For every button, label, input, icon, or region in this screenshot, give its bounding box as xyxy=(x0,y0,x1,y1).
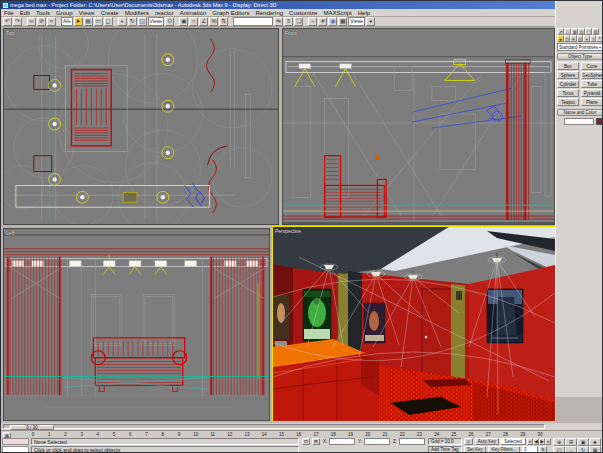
space-warps-category[interactable]: ≈ xyxy=(590,35,597,42)
key-mode-dropdown[interactable]: Selected xyxy=(500,438,526,445)
current-frame-field[interactable]: 0 xyxy=(522,446,538,453)
bind-spacewarp-icon[interactable]: ≈ xyxy=(47,17,56,26)
crossing-selection-icon[interactable]: ◻ xyxy=(104,17,113,26)
viewport-perspective[interactable]: Perspective xyxy=(272,226,556,422)
region-zoom-icon[interactable]: ◰ xyxy=(553,446,565,453)
cylinder-button[interactable]: Cylinder xyxy=(557,80,579,88)
rotate-icon[interactable]: ↻ xyxy=(128,17,137,26)
set-keys-icon[interactable]: ⚿ xyxy=(464,438,473,445)
object-type-rollout[interactable]: Object Type xyxy=(557,53,603,60)
viewport-perspective-label[interactable]: Perspective xyxy=(275,228,301,234)
geosphere-button[interactable]: GeoSphere xyxy=(581,71,603,79)
lights-category[interactable]: ☀ xyxy=(570,35,577,42)
render-setup-icon[interactable]: ▦ xyxy=(338,17,347,26)
primitive-type-dropdown[interactable]: Standard Primitives ▾ xyxy=(557,43,603,51)
viewport-top-label[interactable]: Top xyxy=(6,30,14,36)
go-end-button[interactable]: » xyxy=(545,438,551,445)
move-icon[interactable]: + xyxy=(118,17,127,26)
undo-icon[interactable]: ↶ xyxy=(3,17,12,26)
menu-edit[interactable]: Edit xyxy=(17,9,33,17)
object-name-field[interactable] xyxy=(564,118,594,125)
maxscript-mini-listener[interactable] xyxy=(2,446,29,453)
teapot-button[interactable]: Teapot xyxy=(557,98,579,106)
viewport-left[interactable]: Left xyxy=(3,228,270,421)
y-coord-field[interactable] xyxy=(364,438,390,445)
redo-icon[interactable]: ↷ xyxy=(13,17,22,26)
time-slider-track[interactable]: 0 / 30 xyxy=(3,424,545,429)
unlink-icon[interactable]: ⊘ xyxy=(37,17,46,26)
maximize-viewport-icon[interactable]: ▦ xyxy=(589,446,601,453)
hierarchy-tab[interactable]: ≣ xyxy=(571,28,578,35)
menu-maxscript[interactable]: MAXScript xyxy=(320,9,354,17)
systems-category[interactable]: * xyxy=(596,35,603,42)
modify-tab[interactable]: ∩ xyxy=(564,28,571,35)
sphere-button[interactable]: Sphere xyxy=(557,71,579,79)
zoom-icon[interactable]: ⊕ xyxy=(553,438,565,446)
torus-button[interactable]: Torus xyxy=(557,89,579,97)
arc-rotate-icon[interactable]: ↻ xyxy=(577,446,589,453)
select-manipulate-icon[interactable]: ◉ xyxy=(179,17,188,26)
scale-icon[interactable]: ◲ xyxy=(138,17,147,26)
viewport-left-label[interactable]: Left xyxy=(6,230,14,236)
zoom-all-icon[interactable]: ⊞ xyxy=(565,438,577,446)
key-filters-button[interactable]: Key Filters... xyxy=(488,446,520,453)
viewport-top[interactable]: Top xyxy=(3,28,279,225)
shapes-category[interactable]: ◇ xyxy=(564,35,571,42)
menu-help[interactable]: Help xyxy=(355,9,373,17)
viewport-front-label[interactable]: Front xyxy=(285,30,297,36)
spinner-snap-icon[interactable]: ⇅ xyxy=(219,17,228,26)
layer-manager-icon[interactable]: ❏ xyxy=(294,17,303,26)
motion-tab[interactable]: ◎ xyxy=(578,28,585,35)
menu-graph-editors[interactable]: Graph Editors xyxy=(209,9,252,17)
menu-group[interactable]: Group xyxy=(53,9,76,17)
select-link-icon[interactable]: ∞ xyxy=(27,17,36,26)
select-object-icon[interactable]: ➤ xyxy=(74,17,83,26)
menu-file[interactable]: File xyxy=(1,9,17,17)
viewport-front[interactable]: Front xyxy=(282,28,555,225)
maxscript-mini-listener-macro[interactable] xyxy=(2,438,29,445)
select-by-name-icon[interactable]: ▤ xyxy=(84,17,93,26)
add-time-tag[interactable]: Add Time Tag xyxy=(428,446,462,453)
create-tab[interactable]: ↗ xyxy=(557,28,564,35)
x-coord-field[interactable] xyxy=(329,438,355,445)
auto-key-button[interactable]: Auto Key xyxy=(475,438,499,445)
display-tab[interactable]: ▢ xyxy=(585,28,592,35)
percent-snap-icon[interactable]: % xyxy=(209,17,218,26)
absolute-mode-icon[interactable]: ⊞ xyxy=(312,438,320,445)
schematic-view-icon[interactable]: # xyxy=(318,17,327,26)
render-type-dropdown[interactable]: View▾ xyxy=(348,17,365,26)
tube-button[interactable]: Tube xyxy=(581,80,603,88)
helpers-category[interactable]: + xyxy=(583,35,590,42)
cone-button[interactable]: Cone xyxy=(581,62,603,70)
name-and-color-rollout[interactable]: Name and Color xyxy=(557,109,603,116)
menu-create[interactable]: Create xyxy=(98,9,122,17)
align-icon[interactable]: ≡ xyxy=(284,17,293,26)
menu-modifiers[interactable]: Modifiers xyxy=(122,9,152,17)
menu-customize[interactable]: Customize xyxy=(286,9,320,17)
track-bar[interactable]: ▦ 01234567891011121314151617181920212223… xyxy=(1,430,603,438)
material-editor-icon[interactable]: ◉ xyxy=(328,17,337,26)
frame-spinner[interactable]: ⇅ xyxy=(539,446,547,453)
selection-filter-dropdown[interactable]: All▾ xyxy=(61,17,73,26)
selection-lock-icon[interactable]: ⊡ xyxy=(302,438,310,445)
menu-reactor[interactable]: reactor xyxy=(152,9,177,17)
cameras-category[interactable]: ◎ xyxy=(577,35,584,42)
zoom-extents-all-icon[interactable]: ◈ xyxy=(589,438,601,446)
snap-toggle-icon[interactable]: ∩ xyxy=(189,17,198,26)
pan-icon[interactable]: ⇔ xyxy=(565,446,577,453)
named-selection-field[interactable] xyxy=(233,17,273,26)
utilities-tab[interactable]: ⚙ xyxy=(592,28,599,35)
set-key-button[interactable]: Set Key xyxy=(464,446,486,453)
zoom-extents-icon[interactable]: ▣ xyxy=(577,438,589,446)
ref-coord-dropdown[interactable]: View▾ xyxy=(148,17,165,26)
pyramid-button[interactable]: Pyramid xyxy=(581,89,603,97)
menu-tools[interactable]: Tools xyxy=(33,9,53,17)
object-color-swatch[interactable] xyxy=(596,118,603,125)
angle-snap-icon[interactable]: ∠ xyxy=(199,17,208,26)
z-coord-field[interactable] xyxy=(399,438,425,445)
rect-region-icon[interactable]: ▭ xyxy=(94,17,103,26)
menu-rendering[interactable]: Rendering xyxy=(252,9,286,17)
plane-button[interactable]: Plane xyxy=(581,98,603,106)
menu-animation[interactable]: Animation xyxy=(177,9,210,17)
geometry-category[interactable]: ● xyxy=(557,35,564,42)
